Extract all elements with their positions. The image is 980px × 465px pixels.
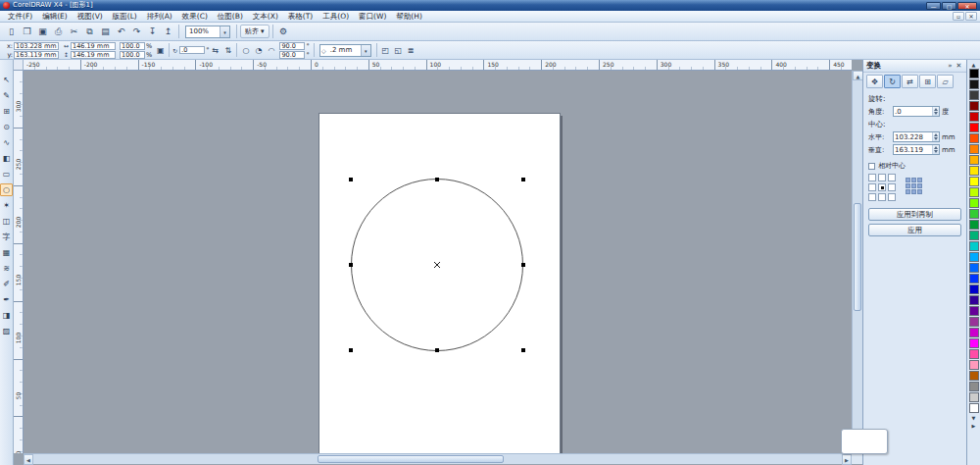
menu-item-table[interactable]: 表格(T) [283,11,318,23]
color-swatch[interactable] [969,231,979,240]
rotation-center-marker[interactable] [434,262,440,268]
anchor-checkbox[interactable] [868,183,876,191]
menu-item-layout[interactable]: 版面(L) [108,11,142,23]
color-swatch[interactable] [969,317,979,327]
color-swatch[interactable] [969,382,979,391]
color-swatch[interactable] [969,371,979,381]
basic-shapes-tool-icon[interactable]: ◫ [0,215,13,228]
object-width-field[interactable]: 146.19 mm [71,42,116,50]
color-swatch[interactable] [969,123,979,132]
options-gear-icon[interactable]: ⚙ [276,25,291,39]
arc-start-field[interactable]: 90.0 [279,42,305,50]
crop-tool-icon[interactable]: ⊞ [0,105,13,118]
selection-handle[interactable] [521,348,525,352]
polygon-tool-icon[interactable]: ✶ [0,199,13,212]
anchor-checkbox[interactable] [888,174,896,181]
spinner-arrows-icon[interactable] [932,132,939,141]
chevron-down-icon[interactable]: ▾ [361,45,370,56]
center-horizontal-input[interactable]: 103.228 [893,131,940,142]
vertical-scroll-thumb[interactable] [854,203,861,311]
anchor-checkbox[interactable] [878,183,886,191]
new-icon[interactable]: ▯ [4,25,19,39]
angle-input[interactable]: .0 [893,106,940,117]
fill-tool-icon[interactable]: ◨ [0,309,13,322]
x-position-field[interactable]: 103.228 mm [14,42,59,50]
ellipse-mode-icon[interactable]: ○ [239,44,252,57]
y-position-field[interactable]: 163.119 mm [14,51,59,59]
wrap-text-icon[interactable]: ≣ [405,44,417,57]
menu-item-help[interactable]: 帮助(H) [391,11,427,23]
color-swatch[interactable] [969,392,979,402]
anchor-checkbox[interactable] [888,183,896,191]
shape-tool-icon[interactable]: ✎ [0,89,13,102]
cut-icon[interactable]: ✂ [67,25,81,39]
outline-width-combobox[interactable]: ◇ .2 mm ▾ [319,44,371,57]
menu-item-file[interactable]: 文件(F) [3,11,37,23]
redo-icon[interactable]: ↷ [129,25,144,39]
to-back-icon[interactable]: ◱ [392,44,405,57]
document-close-button[interactable]: ✕ [965,12,977,21]
color-swatch[interactable] [969,166,979,176]
color-swatch[interactable] [969,177,979,186]
to-front-icon[interactable]: ◰ [379,44,392,57]
chevron-down-icon[interactable]: ▾ [220,26,229,37]
outline-tool-icon[interactable]: ✒ [0,293,13,306]
color-swatch[interactable] [969,155,979,165]
save-icon[interactable]: ▣ [35,25,50,39]
menu-item-text[interactable]: 文本(X) [248,11,283,23]
scale-x-field[interactable]: 100.0 [120,42,145,50]
selection-handle[interactable] [349,178,353,181]
menu-item-window[interactable]: 窗口(W) [354,11,391,23]
maximize-button[interactable]: ▢ [942,2,956,10]
table-tool-icon[interactable]: ▦ [0,246,13,259]
transform-tab-rotate[interactable]: ↻ [884,75,901,88]
vertical-scrollbar[interactable]: ▲ ▼ [852,71,862,453]
print-icon[interactable]: ⎙ [51,25,66,39]
pie-mode-icon[interactable]: ◔ [252,44,265,57]
docker-expand-icon[interactable]: » [946,62,955,70]
color-swatch[interactable] [969,349,979,359]
import-icon[interactable]: ↧ [145,25,160,39]
center-vertical-input[interactable]: 163.119 [893,144,940,155]
anchor-checkbox[interactable] [868,193,876,201]
zoom-tool-icon[interactable]: ⊙ [0,121,13,133]
color-swatch[interactable] [969,90,979,100]
color-swatch[interactable] [969,403,979,413]
transform-tab-scale-mirror[interactable]: ⇄ [902,75,918,88]
menu-item-edit[interactable]: 编辑(E) [37,11,73,23]
color-swatch[interactable] [969,306,979,316]
menu-item-tools[interactable]: 工具(O) [318,11,354,23]
arc-end-field[interactable]: 90.0 [279,51,305,59]
spinner-arrows-icon[interactable] [932,107,939,116]
color-swatch[interactable] [969,220,979,230]
selection-handle[interactable] [349,263,353,267]
transform-tab-skew[interactable]: ▱ [937,75,954,88]
undo-icon[interactable]: ↶ [114,25,128,39]
open-icon[interactable]: ❒ [20,25,34,39]
color-swatch[interactable] [969,263,979,273]
menu-item-arrange[interactable]: 排列(A) [142,11,177,23]
vertical-ruler[interactable]: 300250200150100500 [14,71,24,453]
rectangle-tool-icon[interactable]: ▭ [0,168,13,181]
color-swatch[interactable] [969,338,979,348]
horizontal-scroll-thumb[interactable] [318,455,504,463]
menu-item-bitmaps[interactable]: 位图(B) [213,11,248,23]
ellipse-tool-icon[interactable]: ○ [0,183,13,196]
docker-close-icon[interactable]: ✕ [955,62,963,70]
color-swatch[interactable] [969,187,979,197]
color-swatch[interactable] [969,274,979,284]
apply-button[interactable]: 应用 [868,224,961,236]
palette-scroll-down-icon[interactable]: ▼ [968,414,979,422]
text-tool-icon[interactable]: 字 [0,231,13,243]
color-swatch[interactable] [969,328,979,337]
palette-flyout-icon[interactable]: ▶ [968,422,979,430]
freehand-tool-icon[interactable]: ∿ [0,136,13,149]
color-swatch[interactable] [969,144,979,154]
color-swatch[interactable] [969,252,979,262]
drawing-canvas[interactable] [24,71,852,453]
snap-to-dropdown[interactable]: 贴齐 ▾ [240,25,270,38]
copy-icon[interactable]: ⧉ [82,25,97,39]
color-swatch[interactable] [969,360,979,370]
transform-tab-size[interactable]: ⊞ [919,75,936,88]
selection-handle[interactable] [521,178,525,181]
